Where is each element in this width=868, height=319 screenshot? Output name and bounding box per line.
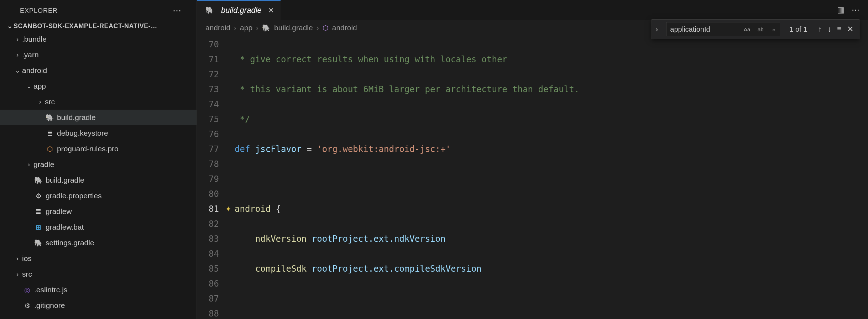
line-number: 88 (197, 306, 219, 319)
folder-item[interactable]: ›ios (0, 251, 197, 266)
explorer-sidebar: EXPLORER ⋯ ⌄ SCANBOT-SDK-EXAMPLE-REACT-N… (0, 0, 197, 319)
line-number: 80 (197, 187, 219, 202)
folder-item[interactable]: ⌄app (0, 78, 197, 94)
chevron-right-icon: › (36, 98, 45, 106)
file-item[interactable]: ›⊞gradlew.bat (0, 219, 197, 235)
tree-item-label: debug.keystore (57, 129, 108, 137)
line-number: 87 (197, 291, 219, 306)
explorer-more-icon[interactable]: ⋯ (173, 6, 188, 16)
find-expand-toggle[interactable]: › (652, 20, 662, 39)
gradle-icon: 🐘 (205, 6, 215, 14)
chevron-right-icon: › (13, 255, 22, 262)
folder-item[interactable]: ›.yarn (0, 47, 197, 63)
line-number: 79 (197, 172, 219, 187)
project-root[interactable]: ⌄ SCANBOT-SDK-EXAMPLE-REACT-NATIVE-… (0, 21, 197, 31)
line-number: 71 (197, 52, 219, 67)
chevron-right-icon: › (655, 25, 658, 33)
file-item[interactable]: ›🐘build.gradle (0, 172, 197, 188)
line-gutter: 70717273747576777879808182838485868788 (197, 36, 222, 319)
line-number: 70 (197, 37, 219, 52)
tab-close-icon[interactable]: ✕ (268, 6, 274, 15)
gradle-icon: 🐘 (33, 239, 43, 247)
gradle-icon: 🐘 (45, 114, 55, 122)
line-number: 72 (197, 67, 219, 82)
line-number: 85 (197, 261, 219, 276)
tree-item-label: src (45, 98, 55, 106)
folder-item[interactable]: ›.bundle (0, 31, 197, 47)
file-item[interactable]: ›≣debug.keystore (0, 125, 197, 141)
file-tree: ›.bundle›.yarn⌄android⌄app›src›🐘build.gr… (0, 31, 197, 319)
breadcrumb-item[interactable]: android (332, 23, 357, 32)
tab-build-gradle[interactable]: 🐘 build.gradle ✕ (197, 0, 281, 20)
tree-item-label: gradle (33, 160, 54, 169)
folder-item[interactable]: ⌄android (0, 63, 197, 78)
find-match-word[interactable]: ab (754, 24, 767, 35)
tree-item-label: gradlew.bat (46, 223, 84, 231)
chevron-down-icon: ⌄ (24, 82, 33, 90)
chevron-right-icon: › (234, 23, 236, 32)
split-editor-icon[interactable]: ▥ (837, 5, 845, 15)
find-next-icon[interactable]: ↓ (827, 25, 831, 34)
tree-item-label: .eslintrc.js (34, 286, 67, 294)
line-number: 75 (197, 112, 219, 127)
tree-item-label: src (22, 270, 32, 278)
line-number: 76 (197, 127, 219, 142)
tree-item-label: app (33, 82, 46, 90)
find-count: 1 of 1 (789, 25, 807, 33)
breadcrumb-item[interactable]: app (240, 23, 252, 32)
tree-item-label: gradlew (46, 207, 72, 216)
tree-item-label: settings.gradle (46, 239, 94, 247)
line-number: 84 (197, 246, 219, 261)
gear-icon: ⚙ (33, 192, 43, 200)
line-number: 78 (197, 157, 219, 172)
code-editor[interactable]: 70717273747576777879808182838485868788 ✦… (197, 36, 868, 319)
code-content[interactable]: * give correct results when using with l… (235, 36, 579, 319)
tab-bar: 🐘 build.gradle ✕ ▥ ⋯ (197, 0, 868, 20)
tree-item-label: build.gradle (46, 176, 84, 184)
gear-icon: ⚙ (22, 302, 32, 310)
find-match-case[interactable]: Aa (741, 24, 753, 35)
file-item[interactable]: ›◎.eslintrc.js (0, 282, 197, 298)
line-number: 86 (197, 276, 219, 291)
file-item[interactable]: ›🐘settings.gradle (0, 235, 197, 251)
line-number: 77 (197, 142, 219, 157)
chevron-right-icon: › (13, 36, 22, 43)
eslint-icon: ◎ (22, 286, 32, 294)
file-item[interactable]: ›⚙gradle.properties (0, 188, 197, 204)
find-regex[interactable]: ⁎ (768, 24, 780, 35)
editor-area: 🐘 build.gradle ✕ ▥ ⋯ android › app › 🐘 b… (197, 0, 868, 319)
folder-item[interactable]: ›gradle (0, 157, 197, 172)
block-icon: ⬡ (323, 24, 329, 32)
find-filter-icon[interactable]: ≡ (837, 25, 841, 34)
tree-item-label: .bundle (22, 35, 47, 43)
chevron-right-icon: › (13, 51, 22, 59)
project-name: SCANBOT-SDK-EXAMPLE-REACT-NATIVE-… (14, 22, 157, 30)
chevron-right-icon: › (13, 271, 22, 278)
line-number: 74 (197, 97, 219, 112)
win-icon: ⊞ (33, 223, 43, 231)
file-item[interactable]: ›≣gradlew (0, 204, 197, 219)
chevron-down-icon: ⌄ (13, 67, 22, 74)
file-item[interactable]: ›🐘build.gradle (0, 110, 197, 125)
file-item[interactable]: ›⚙.gitignore (0, 298, 197, 313)
find-close-icon[interactable]: ✕ (847, 25, 853, 34)
breadcrumb-item[interactable]: build.gradle (274, 23, 313, 32)
breadcrumb-item[interactable]: android (205, 23, 230, 32)
explorer-header: EXPLORER ⋯ (0, 0, 197, 21)
tree-item-label: proguard-rules.pro (57, 145, 119, 153)
lines-icon: ≣ (33, 208, 43, 216)
line-number: 82 (197, 216, 219, 231)
tab-label: build.gradle (221, 6, 262, 15)
shield-icon: ⬡ (45, 145, 55, 153)
file-item[interactable]: ›⬡proguard-rules.pro (0, 141, 197, 157)
folder-item[interactable]: ›src (0, 266, 197, 282)
glyph-margin: ✦ (222, 36, 235, 319)
find-bar: › Aa ab ⁎ 1 of 1 ↑ ↓ ≡ ✕ (652, 19, 859, 39)
explorer-title: EXPLORER (20, 7, 58, 15)
lines-icon: ≣ (45, 129, 55, 137)
sparkle-icon: ✦ (225, 205, 231, 213)
folder-item[interactable]: ›src (0, 94, 197, 110)
tabbar-more-icon[interactable]: ⋯ (852, 5, 859, 15)
chevron-right-icon: › (256, 23, 258, 32)
find-prev-icon[interactable]: ↑ (818, 25, 822, 34)
